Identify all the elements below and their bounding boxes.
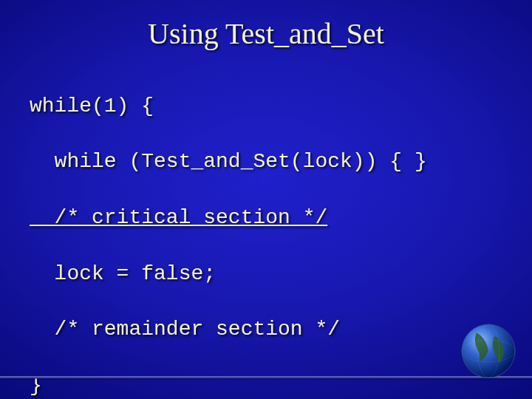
code-block: while(1) { while (Test_and_Set(lock)) { … [30,64,532,399]
divider [0,376,532,378]
code-line-3: /* critical section */ [30,204,532,232]
code-line-4: lock = false; [30,260,532,288]
code-line-5: /* remainder section */ [30,316,532,344]
code-line-2: while (Test_and_Set(lock)) { } [30,148,532,176]
slide-title: Using Test_and_Set [0,16,532,51]
globe-icon [458,321,519,381]
code-line-1: while(1) { [30,92,532,120]
